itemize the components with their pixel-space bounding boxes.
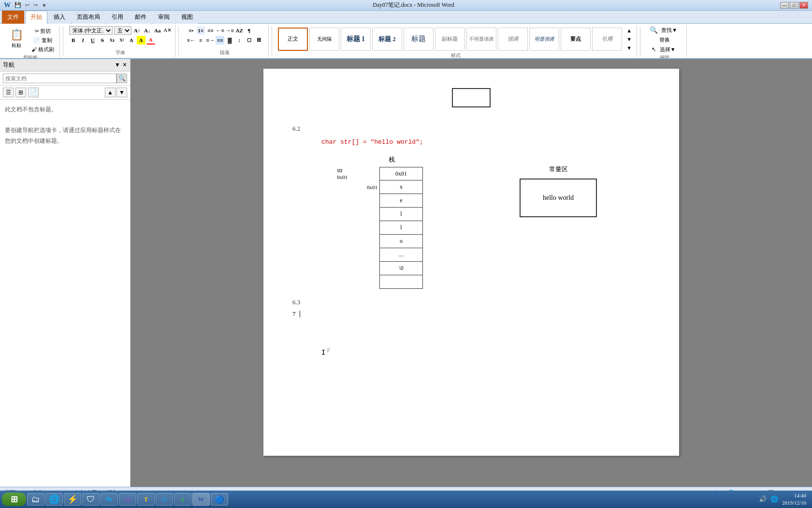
styles-scroll-down[interactable]: ▼ [625, 35, 634, 44]
text-cursor [300, 311, 300, 317]
strikethrough-button[interactable]: S [98, 36, 107, 45]
taskbar-q2[interactable]: q [174, 493, 191, 506]
style-intense-emph[interactable]: 明显强调 [529, 28, 559, 51]
increase-indent-button[interactable]: →≡ [225, 26, 234, 35]
font-color-button[interactable]: A [146, 36, 155, 45]
change-case-button[interactable]: Aa [153, 26, 162, 35]
bold-button[interactable]: B [69, 36, 78, 45]
align-center-button[interactable]: ≡ [196, 36, 205, 45]
stack-row-0: 0x01 [360, 167, 423, 180]
nav-close-button[interactable]: ✕ [122, 61, 127, 69]
taskbar-ps[interactable]: Ps [101, 493, 118, 506]
style-normal[interactable]: 正文 [278, 28, 308, 51]
font-size-select[interactable]: 五号 [114, 26, 131, 35]
taskbar-vs[interactable]: VS [119, 493, 136, 506]
style-no-spacing[interactable]: 无间隔 [309, 28, 339, 51]
tab-mailings[interactable]: 邮件 [130, 11, 152, 24]
italic-button[interactable]: I [79, 36, 87, 45]
taskbar-q1[interactable]: Q [156, 493, 173, 506]
taskbar-t[interactable]: T [137, 493, 155, 506]
nav-view-doc[interactable]: 📄 [28, 88, 39, 97]
multilevel-button[interactable]: ≡≡ [206, 26, 215, 35]
minimize-button[interactable]: — [780, 2, 789, 9]
taskbar-thunder[interactable]: ⚡ [64, 493, 81, 506]
cut-button[interactable]: ✂ 剪切 [29, 27, 57, 36]
hello-world-text: hello world [543, 194, 574, 202]
nav-search-input[interactable] [3, 74, 116, 83]
clipboard-group: 📋 粘贴 ✂ 剪切 📄 复制 🖌 格式刷 剪贴板 [2, 25, 60, 57]
justify-button[interactable]: ≡≡ [216, 36, 224, 45]
tab-insert[interactable]: 插入 [48, 11, 71, 24]
addr-label: 0x01 [337, 174, 348, 180]
find-button[interactable]: 查找▼ [659, 26, 680, 35]
bullets-button[interactable]: ≡• [187, 26, 195, 35]
tab-file[interactable]: 文件 [2, 11, 24, 24]
taskbar-word[interactable]: W [192, 493, 210, 506]
tab-view[interactable]: 视图 [176, 11, 198, 24]
format-painter-button[interactable]: 🖌 格式刷 [29, 45, 57, 54]
style-quote[interactable]: 引用 [592, 28, 622, 51]
select-button[interactable]: 选择▼ [657, 45, 678, 54]
window-title: Day07笔记.docx - Microsoft Word [373, 1, 454, 9]
show-marks-button[interactable]: ¶ [245, 26, 253, 35]
highlight-button[interactable]: A [137, 36, 145, 45]
decrease-indent-button[interactable]: ←≡ [216, 26, 224, 35]
subscript-button[interactable]: X₂ [108, 36, 116, 45]
style-emphasis[interactable]: 强调 [498, 28, 528, 51]
ribbon: 文件 开始 插入 页面布局 引用 邮件 审阅 视图 📋 粘贴 ✂ 剪切 📄 复制 [0, 11, 812, 59]
paste-button[interactable]: 📋 粘贴 [5, 26, 28, 51]
superscript-button[interactable]: X² [117, 36, 126, 45]
style-strong[interactable]: 要点 [561, 28, 591, 51]
taskbar-shield[interactable]: 🛡 [82, 493, 100, 506]
style-heading[interactable]: 标题 [404, 28, 434, 51]
font-name-select[interactable]: 宋体 (中文正... [69, 26, 113, 35]
maximize-button[interactable]: □ [790, 2, 798, 9]
styles-scroll-up[interactable]: ▲ [625, 26, 634, 35]
nav-hint-text: 要创建导航栏选项卡，请通过应用标题样式在您的文档中创建标题。 [5, 125, 125, 146]
columns-button[interactable]: ▓ [225, 36, 234, 45]
section-62-label: 6.2 [292, 125, 300, 132]
nav-prev-button[interactable]: ▲ [105, 88, 116, 97]
tab-references[interactable]: 引用 [106, 11, 129, 24]
taskbar-chrome[interactable]: 🌐 [45, 493, 63, 506]
stack-row-6: ... [360, 248, 423, 262]
nav-search-button[interactable]: 🔍 [116, 74, 127, 83]
clear-format-button[interactable]: A✕ [163, 26, 172, 35]
paragraph-label: 段落 [220, 49, 230, 56]
titlebar: W 💾 ↩ ↪ ▼ Day07笔记.docx - Microsoft Word … [0, 0, 812, 11]
tab-home[interactable]: 开始 [25, 11, 47, 24]
clipboard-label: 剪贴板 [23, 54, 38, 59]
systray-icon-1: 🔊 [759, 495, 767, 503]
doc-area[interactable]: 6.2 char str[] = "hello world"; 栈 str 0x… [130, 59, 812, 487]
style-heading1[interactable]: 标题 1 [341, 28, 371, 51]
tab-layout[interactable]: 页面布局 [72, 11, 105, 24]
nav-collapse-button[interactable]: ▼ [115, 61, 120, 69]
shading-button[interactable]: ◻ [245, 36, 253, 45]
replace-button[interactable]: 替换 [657, 36, 672, 45]
copy-button[interactable]: 📄 复制 [29, 36, 57, 45]
styles-gallery: 正文 无间隔 标题 1 标题 2 标题 副标题 不明显强调 强调 明显强调 要点… [278, 27, 622, 52]
numbering-button[interactable]: 1≡ [196, 26, 205, 35]
styles-more[interactable]: ▼ [625, 44, 634, 52]
font-grow-button[interactable]: A↑ [133, 26, 142, 35]
text-effect-button[interactable]: A [127, 36, 136, 45]
underline-button[interactable]: U [88, 36, 97, 45]
start-button[interactable]: ⊞ [2, 493, 26, 506]
borders-button[interactable]: ⊞ [254, 36, 263, 45]
font-shrink-button[interactable]: A↓ [143, 26, 152, 35]
line-spacing-button[interactable]: ↕ [235, 36, 244, 45]
align-right-button[interactable]: ≡→ [206, 36, 215, 45]
taskbar-blue[interactable]: 🔵 [211, 493, 228, 506]
close-button[interactable]: ✕ [799, 2, 808, 9]
align-left-button[interactable]: ≡← [187, 36, 195, 45]
style-heading2[interactable]: 标题 2 [372, 28, 402, 51]
sort-button[interactable]: AZ [235, 26, 244, 35]
nav-view-grid[interactable]: ⊞ [15, 88, 26, 97]
style-subtle-emph[interactable]: 不明显强调 [466, 28, 496, 51]
section-63-label: 6.3 [292, 299, 300, 306]
tab-review[interactable]: 审阅 [153, 11, 175, 24]
nav-next-button[interactable]: ▼ [116, 88, 127, 97]
nav-view-list[interactable]: ☰ [3, 88, 14, 97]
taskbar-explorer[interactable]: 🗂 [27, 493, 44, 506]
style-subtitle[interactable]: 副标题 [435, 28, 465, 51]
